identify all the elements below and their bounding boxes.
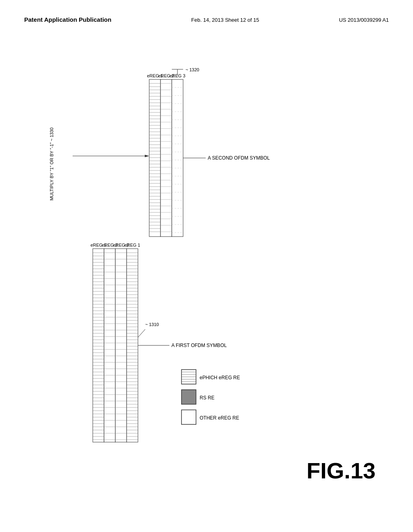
ereg1-label-bottom2: eREG 1 (124, 243, 140, 247)
ref-1320-label: ~ 1320 (186, 67, 199, 72)
svg-line-183 (138, 329, 145, 337)
svg-rect-290 (181, 410, 196, 424)
svg-rect-60 (104, 249, 115, 442)
first-ofdm-label: A FIRST OFDM SYMBOL (171, 343, 227, 348)
ref-1310: ~ 1310 (145, 322, 159, 327)
other-legend-label: OTHER eREG RE (200, 415, 239, 421)
second-ofdm-label: A SECOND OFDM SYMBOL (208, 155, 270, 161)
svg-rect-0 (93, 249, 104, 442)
svg-rect-289 (181, 390, 196, 404)
diagram-svg: eREG 1 eREG 2 (24, 55, 387, 519)
svg-marker-281 (145, 155, 149, 157)
rs-legend-label: RS RE (200, 395, 215, 401)
publication-title: Patent Application Publication (24, 16, 111, 23)
patent-number: US 2013/0039299 A1 (339, 17, 389, 23)
ephich-legend-label: ePHICH eREG RE (200, 375, 240, 380)
ereg1-bottom-col1 (93, 249, 104, 442)
svg-rect-122 (127, 249, 138, 442)
figure-container: eREG 1 eREG 2 (0, 31, 413, 515)
multiply-label: MULTIPLY BY "1" OR BY "-1" ~ 1330 (49, 127, 54, 200)
sheet-info: Feb. 14, 2013 Sheet 12 of 15 (191, 17, 259, 23)
svg-rect-232 (161, 79, 172, 237)
svg-rect-257 (172, 79, 183, 237)
svg-rect-91 (115, 249, 127, 442)
svg-rect-184 (149, 79, 161, 237)
figure-label: FIG.13 (307, 458, 375, 483)
